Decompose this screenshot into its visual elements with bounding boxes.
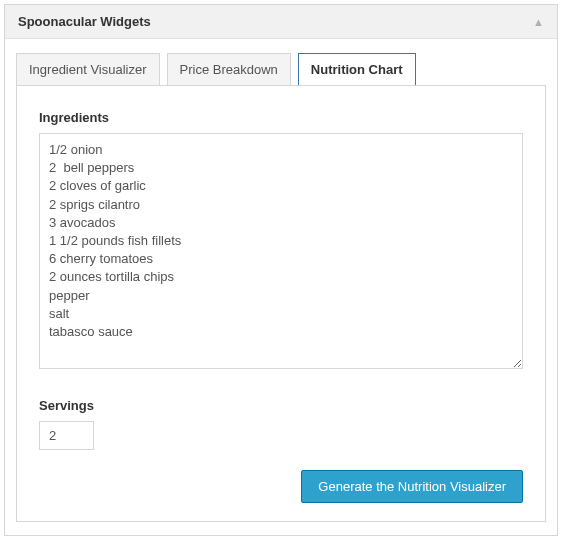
ingredients-label: Ingredients xyxy=(39,110,523,125)
tab-nutrition-chart[interactable]: Nutrition Chart xyxy=(298,53,416,86)
button-row: Generate the Nutrition Visualizer xyxy=(39,470,523,503)
widget-header: Spoonacular Widgets ▲ xyxy=(5,5,557,39)
generate-button[interactable]: Generate the Nutrition Visualizer xyxy=(301,470,523,503)
collapse-icon[interactable]: ▲ xyxy=(533,16,544,28)
spoonacular-widget-panel: Spoonacular Widgets ▲ Ingredient Visuali… xyxy=(4,4,558,536)
tabs-row: Ingredient Visualizer Price Breakdown Nu… xyxy=(16,53,546,86)
tab-price-breakdown[interactable]: Price Breakdown xyxy=(167,53,291,86)
widget-title: Spoonacular Widgets xyxy=(18,14,151,29)
servings-input[interactable] xyxy=(39,421,94,450)
servings-label: Servings xyxy=(39,398,523,413)
widget-body: Ingredient Visualizer Price Breakdown Nu… xyxy=(5,39,557,535)
ingredients-textarea[interactable] xyxy=(39,133,523,369)
tab-content: Ingredients Servings Generate the Nutrit… xyxy=(16,85,546,522)
tab-ingredient-visualizer[interactable]: Ingredient Visualizer xyxy=(16,53,160,86)
